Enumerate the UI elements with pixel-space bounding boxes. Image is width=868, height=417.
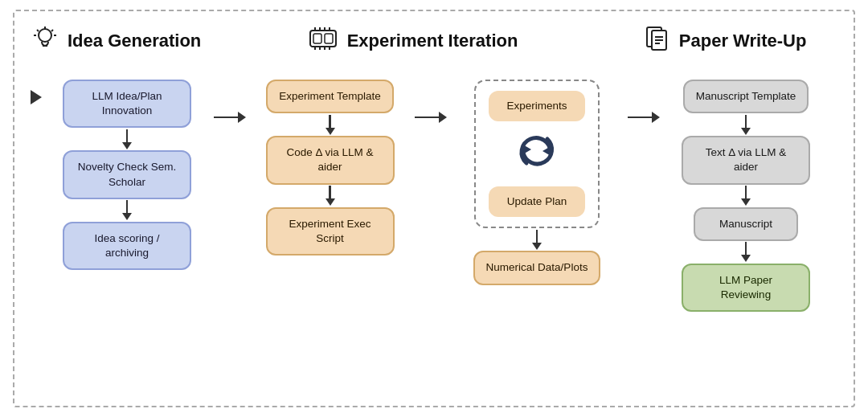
arrow-exp-1 <box>326 113 335 136</box>
experiment-iteration-icon <box>307 24 339 57</box>
box-experiments: Experiments <box>489 91 585 121</box>
loop-column: Experiments Update Plan Numerical Data/P… <box>452 72 621 285</box>
arrow-exp-2 <box>326 185 335 207</box>
section-experiment-iteration: Experiment Iteration <box>307 24 546 57</box>
svg-line-4 <box>51 30 53 31</box>
svg-marker-24 <box>542 145 552 157</box>
paper-writeup-icon <box>642 24 671 57</box>
arrow-col2-loop <box>408 72 452 123</box>
arrow-paper-1 <box>741 113 751 136</box>
section-paper-writeup: Paper Write-Up <box>642 24 837 57</box>
flow-area: LLM Idea/Plan Innovation Novelty Check S… <box>31 72 837 398</box>
box-numerical-data: Numerical Data/Plots <box>473 251 601 284</box>
box-experiment-template: Experiment Template <box>266 80 394 113</box>
idea-column: LLM Idea/Plan Innovation Novelty Check S… <box>47 80 207 270</box>
svg-rect-9 <box>325 34 333 43</box>
section-experiment-title: Experiment Iteration <box>347 31 518 51</box>
svg-rect-8 <box>313 34 321 43</box>
box-llm-paper-reviewing: LLM Paper Reviewing <box>682 264 810 312</box>
main-diagram: Idea Generation <box>13 10 855 407</box>
arrow-paper-2 <box>741 185 751 207</box>
loop-dashed-container: Experiments Update Plan <box>474 80 600 228</box>
arrow-paper-3 <box>741 241 751 264</box>
arrow-loop-data <box>532 228 542 251</box>
arrow-loop-paper <box>621 72 665 123</box>
box-manuscript-template: Manuscript Template <box>683 80 809 113</box>
box-novelty-check: Novelty Check Sem. Scholar <box>63 150 191 198</box>
section-idea-generation: Idea Generation <box>31 24 259 57</box>
box-text-delta: Text Δ via LLM & aider <box>682 136 810 184</box>
idea-generation-icon <box>31 24 59 57</box>
refresh-icon <box>515 131 559 177</box>
paper-column: Manuscript Template Text Δ via LLM & aid… <box>665 72 826 312</box>
exp-template-column: Experiment Template Code Δ via LLM & aid… <box>252 72 408 256</box>
svg-point-0 <box>39 29 51 42</box>
box-code-delta: Code Δ via LLM & aider <box>266 136 395 184</box>
start-arrow <box>31 90 42 104</box>
box-update-plan: Update Plan <box>489 186 585 217</box>
section-headers: Idea Generation <box>31 24 837 57</box>
box-experiment-exec: Experiment Exec Script <box>266 207 395 256</box>
section-paper-title: Paper Write-Up <box>679 31 807 51</box>
section-idea-title: Idea Generation <box>68 31 201 51</box>
svg-rect-7 <box>310 31 336 47</box>
svg-line-3 <box>37 30 39 31</box>
box-idea-scoring: Idea scoring / archiving <box>63 222 191 270</box>
arrow-idea-2 <box>122 199 132 222</box>
box-manuscript: Manuscript <box>694 207 798 241</box>
box-llm-idea: LLM Idea/Plan Innovation <box>63 80 191 128</box>
arrow-col1-col2 <box>207 72 252 123</box>
arrow-idea-1 <box>122 128 132 150</box>
